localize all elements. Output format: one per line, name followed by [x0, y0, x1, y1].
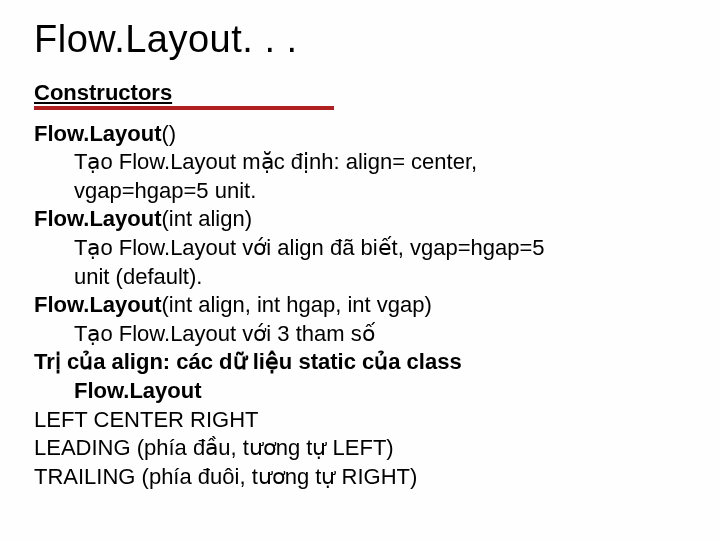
ctor1-name: Flow.Layout: [34, 121, 162, 146]
constructors-header: Constructors: [34, 79, 172, 108]
ctor2-desc-line2: unit (default).: [34, 263, 686, 292]
ctor1-args: (): [162, 121, 177, 146]
ctor3-name: Flow.Layout: [34, 292, 162, 317]
align-constants-line3: TRAILING (phía đuôi, tương tự RIGHT): [34, 463, 686, 492]
ctor1-desc-line1: Tạo Flow.Layout mặc định: align= center,: [34, 148, 686, 177]
align-constants-line2: LEADING (phía đầu, tương tự LEFT): [34, 434, 686, 463]
ctor2-name: Flow.Layout: [34, 206, 162, 231]
align-constants-line1: LEFT CENTER RIGHT: [34, 406, 686, 435]
constructor-1: Flow.Layout(): [34, 120, 686, 149]
align-values-header-line2: Flow.Layout: [34, 377, 686, 406]
red-underline: [34, 106, 334, 110]
constructor-2: Flow.Layout(int align): [34, 205, 686, 234]
ctor3-args: (int align, int hgap, int vgap): [162, 292, 432, 317]
slide: Flow.Layout. . . Constructors Flow.Layou…: [0, 0, 720, 491]
ctor3-desc: Tạo Flow.Layout với 3 tham số: [34, 320, 686, 349]
ctor1-desc-line2: vgap=hgap=5 unit.: [34, 177, 686, 206]
content-block: Constructors Flow.Layout() Tạo Flow.Layo…: [34, 79, 686, 491]
constructor-3: Flow.Layout(int align, int hgap, int vga…: [34, 291, 686, 320]
align-values-header-line1: Trị của align: các dữ liệu static của cl…: [34, 348, 686, 377]
slide-title: Flow.Layout. . .: [34, 18, 686, 61]
ctor2-args: (int align): [162, 206, 252, 231]
ctor2-desc-line1: Tạo Flow.Layout với align đã biết, vgap=…: [34, 234, 686, 263]
